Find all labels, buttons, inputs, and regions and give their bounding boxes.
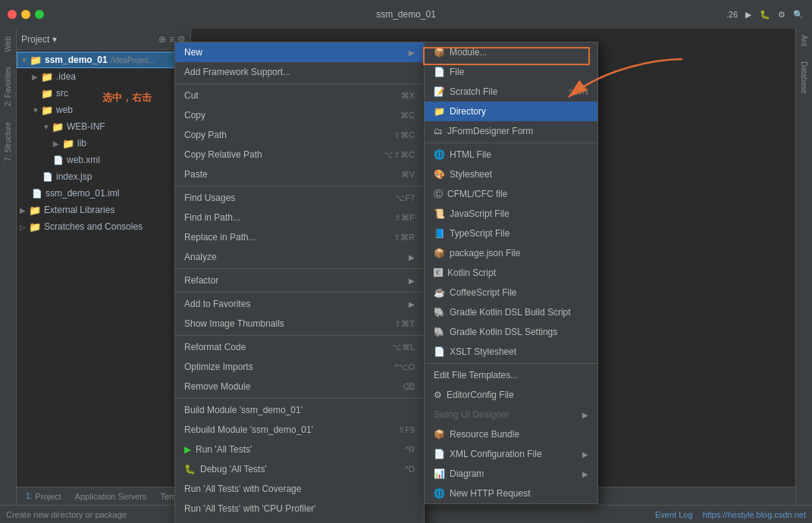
- event-log[interactable]: Event Log: [655, 510, 693, 519]
- new-submenu-swing-designer[interactable]: Swing UI Designer ▶: [425, 405, 597, 424]
- tree-item-indexjsp[interactable]: 📄 index.jsp: [17, 168, 190, 185]
- toolbar-right: .26 ▶ 🐛 ⚙ 🔍: [726, 8, 804, 20]
- project-tree: ▼ 📁 ssm_demo_01 /IdeaProjec... ▶ 📁 .idea…: [17, 50, 190, 523]
- tree-item-root[interactable]: ▼ 📁 ssm_demo_01 /IdeaProjec...: [17, 52, 190, 68]
- new-submenu-resource-bundle[interactable]: 📦Resource Bundle: [425, 424, 597, 444]
- menu-item-copy-path[interactable]: Copy Path ⇧⌘C: [175, 125, 424, 145]
- menu-item-find-in-path[interactable]: Find in Path... ⇧⌘F: [175, 208, 424, 227]
- website-link[interactable]: https://hestyle.blog.csdn.net: [703, 510, 806, 519]
- menu-item-add-favorites[interactable]: Add to Favorites ▶: [175, 294, 424, 314]
- menu-item-cut[interactable]: Cut ⌘X: [175, 86, 424, 105]
- new-submenu-gradle-settings[interactable]: 🐘Gradle Kotlin DSL Settings: [425, 322, 597, 342]
- menu-item-show-thumbnails[interactable]: Show Image Thumbnails ⇧⌘T: [175, 314, 424, 334]
- menu-item-refactor[interactable]: Refactor ▶: [175, 271, 424, 290]
- new-submenu-sep1: [425, 142, 597, 143]
- menu-item-run-cpu[interactable]: Run 'All Tests' with 'CPU Profiler': [175, 499, 424, 518]
- search-icon[interactable]: 🔍: [792, 8, 804, 20]
- new-submenu[interactable]: 📦Module... 📄File 📝Scratch File ⇧⌘N 📁Dire…: [424, 42, 598, 504]
- menu-item-replace-in-path[interactable]: Replace in Path... ⇧⌘R: [175, 227, 424, 247]
- window-controls[interactable]: [8, 10, 44, 19]
- new-submenu-gradle-build[interactable]: 🐘Gradle Kotlin DSL Build Script: [425, 302, 597, 322]
- tree-item-src[interactable]: 📁 src: [17, 85, 190, 102]
- menu-item-rebuild-module[interactable]: Rebuild Module 'ssm_demo_01' ⇧F9: [175, 420, 424, 440]
- tree-item-webinf[interactable]: ▼ 📁 WEB-INF: [17, 118, 190, 135]
- debug-icon[interactable]: 🐛: [759, 8, 771, 20]
- tree-item-webxml[interactable]: 📄 web.xml: [17, 152, 190, 168]
- new-submenu-stylesheet[interactable]: 🎨Stylesheet: [425, 164, 597, 184]
- project-panel: Project ▾ ⊕ ≡ ⚙ ▼ 📁 ssm_demo_01 /IdeaPro…: [17, 29, 191, 523]
- new-submenu-jform[interactable]: 🗂JFormDesigner Form: [425, 121, 597, 141]
- menu-item-build-module[interactable]: Build Module 'ssm_demo_01': [175, 400, 424, 420]
- tree-item-idea[interactable]: ▶ 📁 .idea: [17, 68, 190, 85]
- tree-item-scratches[interactable]: ▷ 📁 Scratches and Consoles: [17, 218, 190, 235]
- version-info: .26: [726, 10, 738, 19]
- sidebar-label-structure[interactable]: 7: Structure: [4, 122, 12, 161]
- sidebar-label-web[interactable]: Web: [4, 36, 12, 52]
- menu-item-analyze[interactable]: Analyze ▶: [175, 247, 424, 267]
- new-submenu-directory[interactable]: 📁Directory: [425, 102, 597, 121]
- build-icon[interactable]: ⚙: [776, 8, 788, 20]
- tab-application-servers[interactable]: Application Servers: [69, 488, 153, 505]
- menu-item-optimize-imports[interactable]: Optimize Imports ^⌥O: [175, 357, 424, 377]
- new-submenu-sep2: [425, 363, 597, 364]
- new-submenu-file[interactable]: 📄File: [425, 62, 597, 82]
- tree-item-web[interactable]: ▼ 📁 web: [17, 102, 190, 118]
- menu-item-copy[interactable]: Copy ⌘C: [175, 105, 424, 125]
- menu-item-add-framework[interactable]: Add Framework Support...: [175, 62, 424, 82]
- close-button[interactable]: [8, 10, 17, 19]
- minimize-button[interactable]: [21, 10, 30, 19]
- status-message: Create new directory or package: [6, 510, 127, 519]
- new-submenu-xml-config[interactable]: 📄XML Configuration File ▶: [425, 444, 597, 464]
- title-bar: ssm_demo_01 .26 ▶ 🐛 ⚙ 🔍: [0, 0, 812, 29]
- new-submenu-html[interactable]: 🌐HTML File: [425, 145, 597, 164]
- new-submenu-ts[interactable]: 📘TypeScript File: [425, 224, 597, 243]
- new-submenu-scratch-file[interactable]: 📝Scratch File ⇧⌘N: [425, 82, 597, 102]
- menu-item-reformat[interactable]: Reformat Code ⌥⌘L: [175, 337, 424, 357]
- tree-item-iml[interactable]: 📄 ssm_demo_01.iml: [17, 185, 190, 202]
- run-icon[interactable]: ▶: [742, 8, 754, 20]
- menu-item-debug-tests[interactable]: 🐛Debug 'All Tests' ^D: [175, 459, 424, 479]
- tab-project[interactable]: 1: Project: [20, 488, 67, 505]
- right-strip-ant[interactable]: Ant: [800, 35, 808, 46]
- new-submenu-editorconfig[interactable]: ⚙EditorConfig File: [425, 385, 597, 405]
- tree-item-lib[interactable]: ▶ 📁 lib: [17, 135, 190, 152]
- maximize-button[interactable]: [35, 10, 44, 19]
- menu-separator-4: [175, 292, 424, 293]
- add-content-root-icon[interactable]: ⊕: [158, 34, 166, 45]
- new-submenu-package-json[interactable]: 📦package.json File: [425, 243, 597, 263]
- menu-separator-5: [175, 335, 424, 336]
- new-submenu-coffeescript[interactable]: ☕CoffeeScript File: [425, 283, 597, 302]
- tree-item-external-libs[interactable]: ▶ 📁 External Libraries: [17, 202, 190, 218]
- new-submenu-module[interactable]: 📦Module...: [425, 42, 597, 62]
- menu-item-run-allocation[interactable]: Run 'All Tests' with 'Allocation Profile…: [175, 518, 424, 523]
- new-submenu-xslt[interactable]: 📄XSLT Stylesheet: [425, 342, 597, 362]
- new-submenu-diagram[interactable]: 📊Diagram ▶: [425, 464, 597, 484]
- menu-item-run-tests[interactable]: ▶Run 'All Tests' ^R: [175, 440, 424, 459]
- window-title: ssm_demo_01: [376, 9, 436, 20]
- right-strip-database[interactable]: Database: [800, 61, 808, 94]
- new-submenu-cfml[interactable]: ⒸCFML/CFC file: [425, 184, 597, 204]
- menu-separator-2: [175, 186, 424, 186]
- collapse-all-icon[interactable]: ≡: [169, 34, 174, 45]
- right-sidebar-strip: Ant Database: [795, 29, 812, 505]
- new-submenu-js[interactable]: 📜JavaScript File: [425, 204, 597, 224]
- menu-separator-3: [175, 268, 424, 269]
- menu-item-paste[interactable]: Paste ⌘V: [175, 164, 424, 184]
- new-submenu-kotlin-script[interactable]: 🅺Kotlin Script: [425, 263, 597, 283]
- left-vertical-strip: Web 2: Favorites 7: Structure: [0, 29, 17, 487]
- menu-item-run-coverage[interactable]: Run 'All Tests' with Coverage: [175, 479, 424, 499]
- new-submenu-http-request[interactable]: 🌐New HTTP Request: [425, 484, 597, 503]
- menu-separator-6: [175, 398, 424, 399]
- project-dropdown[interactable]: Project ▾: [21, 34, 57, 45]
- menu-separator-1: [175, 83, 424, 84]
- menu-item-new[interactable]: New ▶: [175, 42, 424, 62]
- context-menu[interactable]: New ▶ Add Framework Support... Cut ⌘X Co…: [174, 42, 425, 523]
- status-right: Event Log https://hestyle.blog.csdn.net: [655, 510, 806, 519]
- new-submenu-edit-templates[interactable]: Edit File Templates...: [425, 365, 597, 385]
- project-header: Project ▾ ⊕ ≡ ⚙: [17, 29, 190, 50]
- sidebar-label-favorites[interactable]: 2: Favorites: [4, 67, 12, 106]
- menu-item-remove-module[interactable]: Remove Module ⌫: [175, 377, 424, 396]
- menu-item-find-usages[interactable]: Find Usages ⌥F7: [175, 188, 424, 208]
- menu-item-copy-relative[interactable]: Copy Relative Path ⌥⇧⌘C: [175, 145, 424, 164]
